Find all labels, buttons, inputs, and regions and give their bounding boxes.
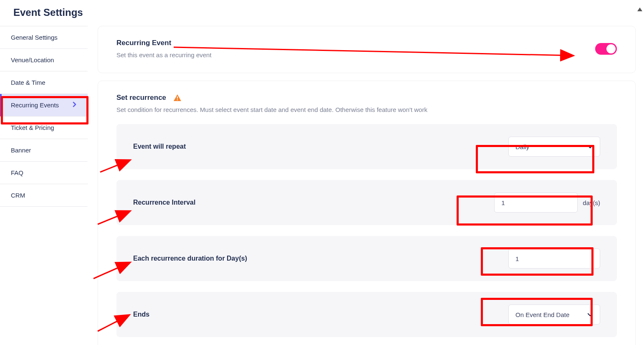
repeat-label: Event will repeat bbox=[133, 143, 186, 150]
sidebar-item-recurring[interactable]: Recurring Events bbox=[0, 94, 88, 117]
duration-label: Each recurrence duration for Day(s) bbox=[133, 255, 247, 262]
content-area: Recurring Event Set this event as a recu… bbox=[88, 26, 644, 345]
recurrence-subtitle: Set condition for recurrences. Must sele… bbox=[116, 106, 617, 113]
sidebar-item-label: Ticket & Pricing bbox=[11, 124, 54, 131]
sidebar-item-banner[interactable]: Banner bbox=[0, 139, 88, 162]
sidebar-item-venue[interactable]: Venue/Location bbox=[0, 49, 88, 71]
sidebar-item-crm[interactable]: CRM bbox=[0, 184, 88, 207]
interval-input[interactable] bbox=[494, 193, 578, 213]
sidebar-item-label: Date & Time bbox=[11, 79, 45, 86]
svg-rect-1 bbox=[177, 99, 178, 100]
scroll-up-icon[interactable] bbox=[637, 8, 642, 11]
chevron-right-icon bbox=[73, 101, 77, 109]
page-title: Event Settings bbox=[0, 0, 644, 26]
main-layout: General Settings Venue/Location Date & T… bbox=[0, 26, 644, 345]
ends-row: Ends On Event End Date bbox=[116, 292, 617, 337]
sidebar-item-label: Recurring Events bbox=[11, 101, 59, 109]
interval-row: Recurrence Interval day(s) bbox=[116, 180, 617, 225]
repeat-select[interactable]: Daily bbox=[508, 137, 600, 157]
warning-icon bbox=[174, 94, 181, 101]
toggle-knob bbox=[606, 44, 616, 53]
recurrence-settings-card: Set recurrence Set condition for recurre… bbox=[98, 81, 636, 345]
sidebar-item-general[interactable]: General Settings bbox=[0, 26, 88, 49]
repeat-select-value: Daily bbox=[515, 143, 529, 150]
ends-label: Ends bbox=[133, 311, 149, 318]
recurring-card-subtitle: Set this event as a recurring event bbox=[116, 51, 212, 58]
recurring-toggle-card: Recurring Event Set this event as a recu… bbox=[98, 26, 636, 73]
interval-suffix: day(s) bbox=[583, 199, 600, 206]
sidebar: General Settings Venue/Location Date & T… bbox=[0, 26, 88, 345]
chevron-down-icon bbox=[587, 143, 593, 150]
repeat-row: Event will repeat Daily bbox=[116, 124, 617, 169]
interval-label: Recurrence Interval bbox=[133, 199, 195, 206]
ends-select-value: On Event End Date bbox=[515, 311, 569, 318]
sidebar-item-label: CRM bbox=[11, 192, 25, 199]
duration-row: Each recurrence duration for Day(s) bbox=[116, 236, 617, 281]
sidebar-item-faq[interactable]: FAQ bbox=[0, 162, 88, 184]
recurring-toggle[interactable] bbox=[595, 43, 617, 55]
sidebar-item-label: FAQ bbox=[11, 169, 23, 176]
ends-select[interactable]: On Event End Date bbox=[508, 304, 600, 325]
recurring-card-title: Recurring Event bbox=[116, 39, 212, 47]
sidebar-item-label: Banner bbox=[11, 147, 31, 154]
sidebar-item-ticket[interactable]: Ticket & Pricing bbox=[0, 117, 88, 139]
chevron-down-icon bbox=[587, 311, 593, 318]
recurrence-title: Set recurrence bbox=[116, 94, 166, 102]
sidebar-item-label: General Settings bbox=[11, 34, 58, 41]
sidebar-item-label: Venue/Location bbox=[11, 56, 54, 63]
svg-rect-0 bbox=[177, 96, 178, 99]
duration-input[interactable] bbox=[508, 249, 600, 269]
sidebar-item-datetime[interactable]: Date & Time bbox=[0, 71, 88, 94]
